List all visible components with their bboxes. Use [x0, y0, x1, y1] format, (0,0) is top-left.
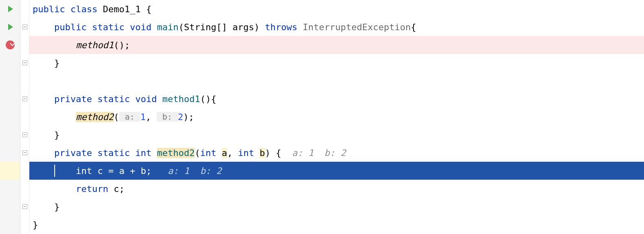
fold-gutter	[20, 0, 29, 234]
code-line[interactable]: private static int method2(int a, int b)…	[29, 144, 644, 162]
code-line[interactable]: return c;	[29, 180, 644, 198]
keyword: static	[92, 22, 124, 32]
number-literal: 1	[140, 112, 146, 122]
gutter-row[interactable]	[0, 216, 20, 234]
gutter-row[interactable]	[0, 54, 20, 72]
code-line[interactable]: }	[29, 126, 644, 144]
keyword: return	[76, 184, 108, 194]
fold-row[interactable]	[20, 162, 29, 180]
fold-collapse-icon[interactable]	[22, 204, 27, 209]
gutter-row[interactable]	[0, 180, 20, 198]
gutter-row[interactable]	[0, 72, 20, 90]
parameter-hint: a:	[119, 112, 140, 122]
exception-type: InterruptedException	[303, 22, 411, 32]
fold-row[interactable]	[20, 144, 29, 162]
keyword: int	[238, 148, 254, 158]
keyword: public	[54, 22, 86, 32]
fold-row[interactable]	[20, 54, 29, 72]
debug-inline-value: a: 1 b: 2	[151, 166, 221, 176]
gutter-row[interactable]	[0, 0, 20, 18]
debug-inline-value: a: 1 b: 2	[281, 148, 346, 158]
fold-row[interactable]	[20, 216, 29, 234]
code-line[interactable]: public static void main(String[] args) t…	[29, 18, 644, 36]
code-line-empty[interactable]	[29, 72, 644, 90]
code-line-execution-point[interactable]: int c = a + b; a: 1 b: 2	[29, 162, 644, 180]
method-name: method1	[162, 94, 200, 104]
gutter-row[interactable]	[0, 126, 20, 144]
fold-row[interactable]	[20, 36, 29, 54]
keyword: int	[200, 148, 217, 158]
gutter-row[interactable]	[0, 90, 20, 108]
fold-row[interactable]	[20, 18, 29, 36]
keyword: void	[130, 22, 151, 32]
gutter-row[interactable]	[0, 144, 20, 162]
parameter-highlighted: a	[222, 148, 227, 158]
method-call-highlighted: method2	[76, 112, 114, 122]
fold-row[interactable]	[20, 90, 29, 108]
fold-collapse-icon[interactable]	[22, 150, 27, 155]
method-name: main	[157, 22, 179, 32]
run-icon[interactable]	[8, 6, 13, 12]
method-call: method1	[76, 40, 114, 50]
parameter-highlighted: b	[259, 148, 265, 158]
run-icon[interactable]	[8, 24, 13, 30]
keyword: private	[54, 94, 92, 104]
code-line[interactable]: public class Demo1_1 {	[29, 0, 644, 18]
code-line[interactable]: }	[29, 216, 644, 234]
code-editor[interactable]: public class Demo1_1 { public static voi…	[29, 0, 644, 234]
gutter-row[interactable]	[0, 108, 20, 126]
keyword: static	[97, 94, 130, 104]
class-name: Demo1_1	[103, 4, 141, 14]
parameter-hint: b:	[157, 112, 178, 122]
gutter-row[interactable]	[0, 198, 20, 216]
fold-collapse-icon[interactable]	[22, 132, 27, 137]
keyword: static	[97, 148, 130, 158]
icon-gutter	[0, 0, 20, 234]
breakpoint-verified-icon[interactable]	[6, 40, 15, 49]
fold-collapse-icon[interactable]	[22, 60, 27, 65]
fold-row[interactable]	[20, 72, 29, 90]
fold-collapse-icon[interactable]	[22, 96, 27, 101]
number-literal: 2	[178, 112, 183, 122]
keyword: void	[135, 94, 157, 104]
gutter-row[interactable]	[0, 18, 20, 36]
code-line[interactable]: private static void method1(){	[29, 90, 644, 108]
keyword: throws	[265, 22, 297, 32]
fold-collapse-icon[interactable]	[22, 25, 27, 29]
keyword: int	[135, 148, 152, 158]
gutter-row[interactable]	[0, 36, 20, 54]
keyword: int	[76, 166, 92, 176]
fold-row[interactable]	[20, 108, 29, 126]
code-line[interactable]: }	[29, 198, 644, 216]
method-name-highlighted: method2	[157, 148, 195, 158]
keyword: class	[71, 4, 97, 14]
gutter-row-execution[interactable]	[0, 162, 20, 180]
fold-row[interactable]	[20, 126, 29, 144]
code-line[interactable]: method2( a: 1, b: 2);	[29, 108, 644, 126]
fold-row[interactable]	[20, 180, 29, 198]
keyword: public	[33, 4, 65, 14]
fold-row[interactable]	[20, 0, 29, 18]
code-line[interactable]: }	[29, 54, 644, 72]
keyword: private	[54, 148, 92, 158]
fold-row[interactable]	[20, 198, 29, 216]
code-line-breakpoint[interactable]: method1();	[29, 36, 644, 54]
